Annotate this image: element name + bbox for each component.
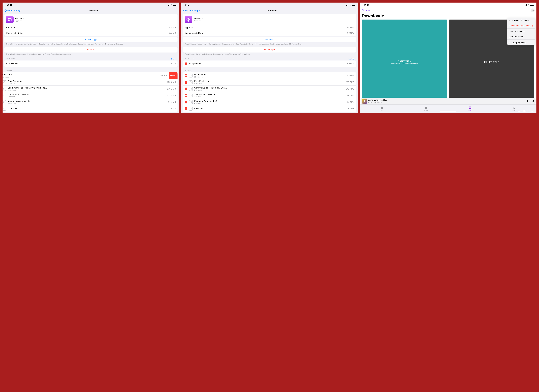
podcast-icon <box>3 100 6 104</box>
screen-storage-swipe: 09:41 iPhone Storage Podcasts Podcasts A… <box>3 3 179 113</box>
svg-point-4 <box>4 88 5 89</box>
podcast-icon <box>189 80 193 84</box>
checkmark-icon: ✓ <box>509 42 511 44</box>
show-row[interactable]: Unobscured11 episodes435 MB <box>183 72 356 79</box>
battery-icon <box>530 5 534 6</box>
svg-point-12 <box>191 82 191 82</box>
delete-minus-icon[interactable] <box>185 62 188 65</box>
delete-minus-icon[interactable] <box>185 74 188 77</box>
status-bar: 09:41 <box>360 3 536 8</box>
cellular-icon <box>167 5 169 6</box>
edit-button[interactable]: EDIT <box>171 58 176 60</box>
done-button[interactable]: DONE <box>348 58 354 60</box>
podcasts-section-label: PODCASTS EDIT <box>3 57 179 61</box>
show-row[interactable]: Killer Role3.3 MB <box>3 105 178 112</box>
page-title: Podcasts <box>11 10 178 12</box>
svg-rect-26 <box>469 108 471 109</box>
show-row-swiped[interactable]: nobscuredepisodes 435 MB Delete <box>3 72 178 79</box>
offload-button[interactable]: Offload App <box>183 37 356 42</box>
delete-minus-icon[interactable] <box>185 87 188 90</box>
show-row[interactable]: The Story of Classical1 episode121.1 MB <box>183 92 356 99</box>
menu-group-by-show[interactable]: ✓Group By Show <box>507 40 535 45</box>
svg-rect-23 <box>426 108 427 109</box>
status-icons <box>167 5 177 6</box>
podcasts-app-icon <box>185 16 192 23</box>
play-icon[interactable] <box>527 100 529 102</box>
home-indicator[interactable] <box>440 112 456 112</box>
delete-app-button[interactable]: Delete App <box>4 47 178 53</box>
menu-date-downloaded[interactable]: Date Downloaded <box>507 29 535 34</box>
wifi-icon <box>349 5 351 6</box>
podcast-icon <box>189 107 193 110</box>
svg-rect-21 <box>426 107 427 108</box>
shows-section-label: SHOWS <box>3 69 179 72</box>
status-time: 09:41 <box>364 4 369 6</box>
battery-icon <box>173 5 177 6</box>
swipe-delete-button[interactable]: Delete <box>169 72 178 79</box>
svg-point-2 <box>10 19 10 19</box>
show-row[interactable]: Murder in Apartment 124 episodes17.2 MB <box>3 99 178 105</box>
delete-app-button[interactable]: Delete App <box>183 47 356 53</box>
podcast-icon <box>189 94 193 97</box>
app-vendor: Apple Inc. <box>15 20 24 22</box>
app-size-row: App Size28.8 MB <box>4 25 178 30</box>
podcast-icon <box>189 74 193 77</box>
now-playing-bar[interactable]: DARK WEB: Polybius November 1, 2024 30 <box>361 98 535 105</box>
podcast-icon <box>3 107 6 110</box>
show-row[interactable]: The Story of Classical1 episode121.1 MB <box>3 92 178 99</box>
svg-rect-24 <box>469 106 471 107</box>
menu-date-published[interactable]: Date Published <box>507 34 535 39</box>
nav-header: iPhone Storage Podcasts <box>181 8 358 13</box>
show-row[interactable]: Park Predators8 episodes286.7 MB <box>183 79 356 86</box>
show-card[interactable]: CANDYMANTHE TRUE STORY BEHIND THE BATHRO… <box>362 19 447 110</box>
app-name: Podcasts <box>15 17 24 20</box>
tab-home[interactable]: Home <box>360 105 404 113</box>
delete-minus-icon[interactable] <box>185 101 188 104</box>
svg-point-11 <box>191 75 191 76</box>
forward-30-icon[interactable]: 30 <box>531 100 534 103</box>
menu-remove-all[interactable]: Remove All Downloads <box>507 23 535 28</box>
podcast-icon <box>3 87 6 91</box>
svg-rect-9 <box>355 5 355 6</box>
cellular-icon <box>524 5 527 6</box>
svg-rect-1 <box>176 5 176 6</box>
svg-point-27 <box>513 107 515 109</box>
screen-library: 09:41 Library Downloade Hide Played Epis… <box>360 3 536 113</box>
delete-help: This will delete the app and all related… <box>6 53 176 55</box>
delete-minus-icon[interactable] <box>185 81 188 84</box>
show-row[interactable]: Park Predators8 episodes286.7 MB <box>3 79 178 86</box>
documents-row: Documents & Data988 MB <box>4 30 178 36</box>
svg-rect-0 <box>173 5 176 6</box>
svg-point-7 <box>4 108 5 109</box>
offload-button[interactable]: Offload App <box>4 37 178 42</box>
library-back-button[interactable]: Library <box>361 9 370 12</box>
svg-point-6 <box>4 101 5 102</box>
now-playing-title: DARK WEB: Polybius <box>368 99 527 101</box>
all-episodes-row[interactable]: All Episodes 1.04 GB <box>4 61 178 67</box>
svg-rect-22 <box>425 108 426 109</box>
watermark: GadgetHacks.com <box>517 110 534 112</box>
svg-point-13 <box>191 88 191 89</box>
show-row[interactable]: Candyman: The True Story Behind The...5 … <box>3 86 178 92</box>
wifi-icon <box>527 5 529 6</box>
svg-point-3 <box>4 82 5 82</box>
show-row[interactable]: Killer Role3.3 MB <box>183 105 356 112</box>
now-playing-art <box>362 99 367 104</box>
status-time: 09:41 <box>7 4 12 6</box>
more-button[interactable] <box>531 9 535 12</box>
delete-minus-icon[interactable] <box>185 94 188 97</box>
show-row[interactable]: Candyman: The True Story Behi...5 episod… <box>183 86 356 92</box>
podcast-icon <box>3 94 6 97</box>
status-bar: 09:41 <box>3 3 179 8</box>
all-episodes-row[interactable]: All Episodes 1.04 GB <box>183 61 356 67</box>
show-row[interactable]: Murder in Apartment 124 episodes17.2 MB <box>183 99 356 105</box>
menu-hide-played[interactable]: Hide Played Episodes <box>507 18 535 23</box>
delete-minus-icon[interactable] <box>185 107 188 110</box>
cellular-icon <box>346 5 348 6</box>
app-card: Podcasts Apple Inc. App Size28.8 MB Docu… <box>183 14 356 36</box>
podcast-icon <box>189 87 193 91</box>
battery-icon <box>352 5 355 6</box>
wifi-icon <box>170 5 173 6</box>
svg-point-5 <box>4 95 5 95</box>
svg-rect-8 <box>352 5 355 6</box>
